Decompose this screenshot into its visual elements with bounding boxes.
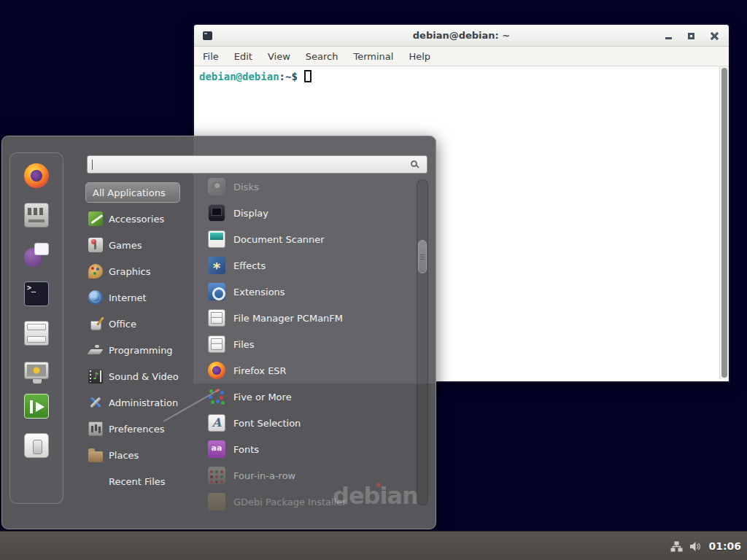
terminal-prompt: debian@debian:~$ [199,70,311,82]
category-label: Accessories [109,214,164,225]
app-gdebi-package-installer[interactable]: GDebi Package Installer [208,491,415,512]
menu-scrollbar[interactable] [417,179,428,505]
terminal-scrollbar-thumb[interactable] [721,68,727,378]
terminal-title: debian@debian: ~ [413,30,510,41]
accessories-icon [88,211,103,226]
lock-screen-icon[interactable] [24,362,49,379]
application-list: DisksDisplayDocument Scanner*EffectsExte… [208,176,415,512]
app-label: Font Selection [233,418,301,429]
firefox-icon[interactable] [24,163,49,188]
favorites-panel [9,152,63,504]
category-label: Sound & Video [109,371,179,382]
sound-icon [88,369,103,384]
firefox-icon [208,362,225,379]
app-label: Extensions [233,287,285,298]
app-display[interactable]: Display [208,203,415,223]
software-icon[interactable] [24,203,49,228]
terminal-icon[interactable] [24,281,49,306]
menu-scrollbar-thumb[interactable] [418,240,427,273]
terminal-scrollbar[interactable] [719,66,729,379]
disks-icon [208,178,225,195]
display-icon [208,204,225,222]
category-preferences[interactable]: Preferences [85,419,196,439]
app-four-in-a-row[interactable]: Four-in-a-row [208,465,415,486]
terminal-menu-search[interactable]: Search [306,51,338,62]
terminal-menu-view[interactable]: View [268,51,290,62]
pidgin-icon[interactable] [24,242,49,267]
prompt-user-host: debian@debian [199,71,279,82]
app-firefox-esr[interactable]: Firefox ESR [208,360,415,381]
search-input[interactable] [88,156,427,173]
file-manager-icon[interactable] [24,321,49,346]
app-five-or-more[interactable]: Five or More [208,386,415,407]
fourrow-icon [208,467,225,484]
category-games[interactable]: Games [85,235,196,255]
category-accessories[interactable]: Accessories [85,209,196,229]
app-files[interactable]: Files [208,334,415,354]
app-label: Files [233,339,255,350]
shutdown-icon[interactable] [24,433,49,458]
category-list: All ApplicationsAccessoriesGamesGraphics… [85,182,196,491]
category-label: Programming [109,345,173,356]
minimize-button[interactable] [665,37,672,39]
category-label: Administration [109,397,178,408]
clock[interactable]: 01:06 [708,540,741,552]
app-label: Five or More [233,392,292,402]
cabinet-icon [208,335,225,353]
games-icon [88,238,103,252]
search-icon [411,160,417,167]
logout-icon[interactable] [24,394,49,419]
cabinet-icon [208,309,225,327]
app-label: Display [233,208,268,219]
terminal-menu-terminal[interactable]: Terminal [353,51,393,62]
app-fonts[interactable]: aaFonts [208,439,415,459]
app-font-selection[interactable]: AFont Selection [208,413,415,433]
office-icon [88,316,103,331]
app-effects[interactable]: *Effects [208,255,415,276]
internet-icon [88,290,103,305]
admin-icon [88,395,103,410]
category-label: Games [109,240,142,251]
app-label: Disks [233,182,259,192]
category-internet[interactable]: Internet [85,287,196,308]
category-places[interactable]: Places [85,445,196,465]
app-label: Document Scanner [233,234,325,245]
search-box[interactable] [87,155,427,174]
app-label: Effects [233,260,266,271]
terminal-menu-file[interactable]: File [203,51,219,62]
taskbar: 01:06 [0,531,747,560]
category-graphics[interactable]: Graphics [85,261,196,281]
app-disks[interactable]: Disks [208,176,415,197]
application-menu: All ApplicationsAccessoriesGamesGraphics… [1,136,436,529]
maximize-button[interactable] [688,33,694,39]
preferences-icon [88,421,103,436]
app-label: File Manager PCManFM [233,313,343,324]
terminal-cursor [304,70,311,82]
category-all-applications[interactable]: All Applications [85,182,180,203]
terminal-menu-edit[interactable]: Edit [234,51,252,62]
category-programming[interactable]: Programming [85,340,196,360]
category-office[interactable]: Office [85,314,196,334]
app-label: Four-in-a-row [233,470,295,481]
terminal-titlebar[interactable]: debian@debian: ~ [194,25,729,47]
app-file-manager-pcmanfm[interactable]: File Manager PCManFM [208,308,415,328]
category-label: All Applications [93,187,166,198]
category-recent-files[interactable]: Recent Files [85,471,196,491]
programming-icon [88,343,103,357]
app-extensions[interactable]: Extensions [208,281,415,302]
terminal-menu-help[interactable]: Help [409,51,430,62]
places-icon [88,451,103,462]
fontsel-icon: A [208,414,225,432]
app-label: Firefox ESR [233,365,287,376]
volume-icon[interactable] [689,541,702,552]
scanner-icon [208,230,225,248]
system-tray: 01:06 [670,532,741,560]
extensions-icon [208,283,225,300]
app-document-scanner[interactable]: Document Scanner [208,229,415,249]
category-label: Places [109,450,139,461]
network-icon[interactable] [670,541,683,552]
category-label: Office [109,319,136,330]
category-administration[interactable]: Administration [85,392,196,413]
category-sound-video[interactable]: Sound & Video [85,366,196,386]
close-button[interactable] [711,32,719,40]
